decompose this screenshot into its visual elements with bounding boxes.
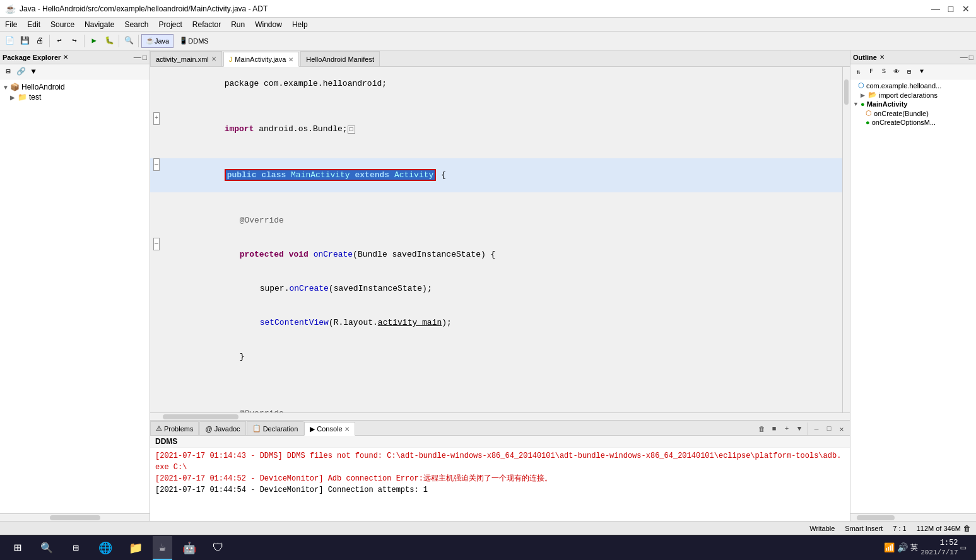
- tray-volume-icon[interactable]: 🔊: [897, 542, 908, 553]
- tray-network-icon[interactable]: 📶: [884, 542, 895, 553]
- tab-javadoc[interactable]: @ Javadoc: [199, 421, 245, 435]
- outline-hide-static-btn[interactable]: S: [878, 66, 890, 78]
- menu-navigate[interactable]: Navigate: [79, 19, 119, 30]
- tab-console[interactable]: ▶ Console ✕: [304, 422, 355, 436]
- code-line-9: super.onCreate(savedInstanceState);: [150, 272, 842, 306]
- print-button[interactable]: 🖨: [33, 34, 47, 48]
- collapse-all-button[interactable]: ⊟: [3, 66, 14, 78]
- outline-item-oncreate[interactable]: ⬡ onCreate(Bundle): [850, 108, 976, 118]
- menu-window[interactable]: Window: [250, 19, 287, 30]
- close-button[interactable]: ✕: [961, 4, 971, 14]
- tab-label-console: Console: [317, 425, 342, 433]
- task-view-button[interactable]: ⊞: [63, 536, 88, 560]
- tab-declaration[interactable]: 📋 Declaration: [247, 421, 304, 435]
- taskbar-explorer[interactable]: 📁: [122, 536, 149, 560]
- tab-hellomandroid-manifest[interactable]: HelloAndroid Manifest: [300, 51, 380, 66]
- outline-item-oncreateoptions[interactable]: ● onCreateOptionsM...: [850, 118, 976, 127]
- tab-mainactivity-java[interactable]: J MainActivity.java ✕: [223, 52, 300, 67]
- menu-project[interactable]: Project: [153, 19, 187, 30]
- taskbar-adt[interactable]: ☕: [153, 536, 172, 560]
- outline-collapse-all-btn[interactable]: ⊟: [903, 66, 915, 78]
- outline-close-icon[interactable]: ✕: [879, 54, 885, 61]
- bottom-panel-sep: [808, 423, 808, 435]
- window-title: Java - HelloAndroid/src/com/example/hell…: [20, 4, 268, 13]
- tab-close-activity-main-xml[interactable]: ✕: [211, 55, 216, 62]
- expand-imports-icon[interactable]: +: [153, 112, 160, 125]
- outline-item-mainactivity[interactable]: ▼ ● MainActivity: [850, 100, 976, 108]
- outline-menu-btn[interactable]: ▼: [916, 66, 927, 78]
- taskbar-ie[interactable]: 🌐: [92, 536, 119, 560]
- java-perspective-btn[interactable]: ☕ Java: [141, 34, 173, 48]
- taskbar-android[interactable]: 🤖: [176, 536, 203, 560]
- editor-tab-bar: activity_main.xml ✕ J MainActivity.java …: [150, 50, 850, 67]
- minimize-button[interactable]: —: [931, 4, 941, 14]
- start-button[interactable]: ⊞: [5, 536, 30, 560]
- search-taskbar-button[interactable]: 🔍: [34, 536, 59, 560]
- outline-sort-btn[interactable]: ⇅: [853, 66, 864, 78]
- outline-minimize-icon[interactable]: —: [960, 53, 968, 62]
- save-button[interactable]: 💾: [18, 34, 32, 48]
- menu-help[interactable]: Help: [287, 19, 313, 30]
- tree-item-test[interactable]: ▶ 📁 test: [0, 92, 150, 102]
- outline-maximize-icon[interactable]: □: [969, 53, 973, 62]
- console-menu-button[interactable]: ▼: [794, 423, 805, 435]
- ddms-perspective-btn[interactable]: 📱 DDMS: [175, 34, 213, 48]
- tab-icon-java: J: [229, 55, 233, 63]
- code-line-10: setContentView(R.layout.activity_main);: [150, 306, 842, 340]
- tab-problems[interactable]: ⚠ Problems: [150, 421, 199, 435]
- link-with-editor-button[interactable]: 🔗: [15, 66, 26, 78]
- undo-button[interactable]: ↩: [52, 34, 66, 48]
- collapse-class-icon[interactable]: —: [153, 158, 160, 171]
- maximize-button[interactable]: □: [946, 4, 956, 14]
- declaration-icon: 📋: [252, 424, 261, 433]
- outline-hide-nonpublic-btn[interactable]: 👁: [891, 66, 902, 78]
- search-button[interactable]: 🔍: [122, 34, 136, 48]
- tab-activity-main-xml[interactable]: activity_main.xml ✕: [150, 51, 222, 66]
- outline-scrollbar-h[interactable]: [850, 513, 976, 521]
- console-line-2: [2021-07-17 01:44:52 - DeviceMonitor] Ad…: [155, 473, 845, 484]
- tray-lang-icon[interactable]: 英: [910, 542, 918, 553]
- tab-close-mainactivity-java[interactable]: ✕: [288, 56, 293, 63]
- outline-item-package[interactable]: ⬡ com.example.helloand...: [850, 81, 976, 90]
- redo-button[interactable]: ↪: [68, 34, 81, 48]
- taskbar-antivirus[interactable]: 🛡: [206, 536, 230, 560]
- show-desktop-icon[interactable]: ▭: [961, 542, 966, 553]
- menu-refactor[interactable]: Refactor: [187, 19, 226, 30]
- run-button[interactable]: ▶: [87, 34, 101, 48]
- clock[interactable]: 1:52 2021/7/17: [920, 539, 958, 557]
- menu-edit[interactable]: Edit: [22, 19, 45, 30]
- package-explorer-scrollbar-h[interactable]: [0, 513, 150, 521]
- panel-maximize-icon[interactable]: □: [143, 53, 147, 62]
- new-button[interactable]: 📄: [3, 34, 16, 48]
- collapse-oncreate-icon[interactable]: —: [153, 238, 160, 250]
- bottom-panel-close-btn[interactable]: ✕: [836, 423, 847, 435]
- bottom-panel-minimize-btn[interactable]: —: [811, 423, 822, 435]
- tree-item-helloanroid[interactable]: ▼ 📦 HelloAndroid: [0, 82, 150, 92]
- menu-source[interactable]: Source: [45, 19, 79, 30]
- debug-button[interactable]: 🐛: [102, 34, 116, 48]
- outline-item-imports[interactable]: ▶ 📂 import declarations: [850, 90, 976, 100]
- editor-scrollbar-v[interactable]: [842, 67, 850, 412]
- tab-close-console[interactable]: ✕: [344, 426, 350, 433]
- editor-scrollbar-h[interactable]: [150, 412, 850, 420]
- bottom-panel-tools: 🗑 ■ + ▼ — □ ✕: [753, 423, 850, 435]
- package-explorer-close-icon[interactable]: ✕: [63, 54, 68, 61]
- console-terminate-button[interactable]: ■: [768, 423, 780, 435]
- outline-hide-fields-btn[interactable]: F: [866, 66, 877, 78]
- antivirus-icon: 🛡: [213, 541, 224, 554]
- panel-minimize-icon[interactable]: —: [134, 53, 141, 62]
- console-clear-button[interactable]: 🗑: [756, 423, 767, 435]
- menu-file[interactable]: File: [0, 19, 22, 30]
- outline-label-imports: import declarations: [879, 91, 938, 99]
- bottom-panel-maximize-btn[interactable]: □: [823, 423, 835, 435]
- explorer-menu-button[interactable]: ▼: [28, 66, 39, 78]
- import-collapse-icon[interactable]: □: [348, 125, 355, 134]
- menu-run[interactable]: Run: [226, 19, 250, 30]
- code-editor[interactable]: package com.example.helloandroid; + impo…: [150, 67, 842, 412]
- console-new-button[interactable]: +: [781, 423, 792, 435]
- gc-icon[interactable]: 🗑: [963, 524, 971, 533]
- console-line-3: [2021-07-17 01:44:54 - DeviceMonitor] Co…: [155, 484, 845, 496]
- main-toolbar: 📄 💾 🖨 ↩ ↪ ▶ 🐛 🔍 ☕ Java 📱 DDMS: [0, 32, 976, 50]
- line-content-4: [163, 147, 842, 158]
- menu-search[interactable]: Search: [119, 19, 153, 30]
